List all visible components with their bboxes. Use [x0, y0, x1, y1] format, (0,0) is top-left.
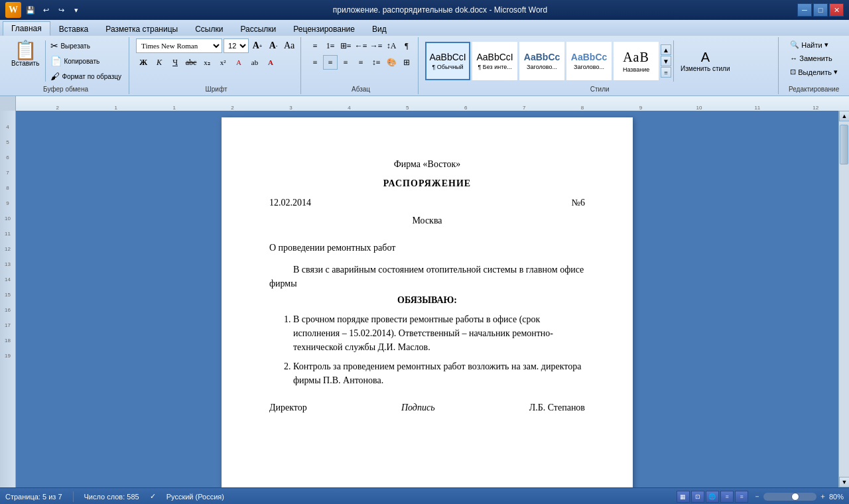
clipboard-content: 📋 Вставить ✂ Вырезать 📄 Копировать 🖌 [7, 38, 125, 93]
replace-icon: ↔ [790, 54, 797, 62]
doc-number: №6 [572, 196, 585, 210]
strikethrough-button[interactable]: abc [184, 55, 198, 70]
tab-review[interactable]: Рецензирование [285, 21, 363, 36]
scroll-up-button[interactable]: ▲ [839, 111, 849, 121]
tab-home[interactable]: Главная [3, 21, 50, 36]
tab-view[interactable]: Вид [363, 21, 395, 36]
grow-font-button[interactable]: A+ [250, 38, 265, 53]
ruler-v-mark: 13 [5, 261, 11, 267]
align-right-button[interactable]: ≡ [338, 55, 353, 70]
redo-button[interactable]: ↪ [54, 3, 68, 17]
sort-button[interactable]: ↕A [384, 38, 399, 53]
ruler-mark: 2 [231, 105, 233, 111]
scroll-track[interactable] [839, 121, 849, 477]
subscript-button[interactable]: x₂ [200, 55, 214, 70]
borders-button[interactable]: ⊞ [399, 55, 414, 70]
font-color-button[interactable]: A [263, 55, 278, 70]
ruler-v-mark: 16 [5, 307, 11, 313]
paragraph-group: ≡ 1≡ ⊞≡ ←≡ →≡ ↕A ¶ ≡ ≡ ≡ ≡ ↕≡ 🎨 ⊞ [304, 37, 419, 94]
decrease-indent-button[interactable]: ←≡ [354, 38, 368, 53]
change-styles-button[interactable]: A Изменить стили [676, 46, 734, 76]
justify-button[interactable]: ≡ [354, 55, 368, 70]
font-row2: Ж К Ч abc x₂ x² A ab A [136, 55, 296, 70]
title-bar: W 💾 ↩ ↪ ▾ приложение. распорядительные d… [0, 0, 849, 20]
zoom-percent[interactable]: 80% [829, 493, 844, 501]
copy-button[interactable]: 📄 Копировать [47, 54, 125, 68]
superscript-button[interactable]: x² [216, 55, 230, 70]
align-center-button[interactable]: ≡ [323, 55, 338, 70]
styles-scroll-up[interactable]: ▲ [661, 44, 671, 55]
save-button[interactable]: 💾 [24, 3, 37, 17]
zoom-slider[interactable] [763, 493, 816, 501]
ruler-mark: 6 [464, 105, 467, 111]
style-normal[interactable]: AaBbCcI ¶ Обычный [425, 42, 470, 80]
doc-list: В срочном порядке провести ремонтные раб… [293, 312, 585, 387]
find-button[interactable]: 🔍 Найти ▾ [785, 38, 842, 51]
ruler-v-mark: 19 [5, 353, 11, 359]
tab-references[interactable]: Ссылки [186, 21, 231, 36]
styles-scroll-more[interactable]: ≡ [661, 67, 671, 78]
tab-mailings[interactable]: Рассылки [231, 21, 285, 36]
shading-button[interactable]: 🎨 [384, 55, 399, 70]
increase-indent-button[interactable]: →≡ [369, 38, 383, 53]
text-effects-button[interactable]: A [231, 55, 246, 70]
bold-button[interactable]: Ж [136, 55, 151, 70]
change-styles-icon: A [701, 50, 710, 65]
font-family-select[interactable]: Times New Roman [136, 38, 222, 53]
document-area[interactable]: Фирма «Восток» РАСПОРЯЖЕНИЕ 12.02.2014 №… [16, 111, 838, 487]
tab-insert[interactable]: Вставка [50, 21, 98, 36]
select-button[interactable]: ⊡ Выделить ▾ [785, 66, 842, 78]
case-button[interactable]: Aa [282, 38, 296, 53]
draft-button[interactable]: ≡ [735, 491, 748, 503]
ruler-v-mark: 4 [6, 124, 9, 130]
word-count-text: Число слов: 585 [84, 493, 139, 501]
bullets-button[interactable]: ≡ [308, 38, 322, 53]
underline-button[interactable]: Ч [168, 55, 182, 70]
ruler-v-mark: 17 [5, 322, 11, 328]
print-layout-button[interactable]: ▦ [677, 491, 690, 503]
zoom-in-icon[interactable]: ＋ [819, 491, 826, 501]
paragraph-label: Абзац [304, 86, 418, 93]
numbering-button[interactable]: 1≡ [323, 38, 338, 53]
style-no-spacing[interactable]: AaBbCcI ¶ Без инте... [472, 42, 517, 80]
multilevel-button[interactable]: ⊞≡ [338, 38, 353, 53]
scroll-down-button[interactable]: ▼ [839, 477, 849, 487]
undo-button[interactable]: ↩ [39, 3, 52, 17]
maximize-button[interactable]: □ [813, 3, 828, 17]
page-status: Страница: 5 из 7 [5, 493, 62, 501]
web-layout-button[interactable]: 🌐 [706, 491, 719, 503]
font-size-select[interactable]: 12 [224, 38, 249, 53]
style-h2[interactable]: AaBbCc Заголово... [566, 42, 612, 80]
shrink-font-button[interactable]: A- [266, 38, 281, 53]
close-button[interactable]: ✕ [829, 3, 844, 17]
italic-button[interactable]: К [152, 55, 166, 70]
cut-button[interactable]: ✂ Вырезать [47, 38, 125, 53]
style-h1[interactable]: AaBbCc Заголово... [519, 42, 564, 80]
tab-page-layout[interactable]: Разметка страницы [97, 21, 186, 36]
style-title[interactable]: АаВ Название [614, 42, 659, 80]
ruler-v-mark: 9 [6, 200, 9, 206]
paste-button[interactable]: 📋 Вставить [7, 38, 44, 70]
line-spacing-button[interactable]: ↕≡ [369, 55, 383, 70]
format-paint-button[interactable]: 🖌 Формат по образцу [47, 69, 125, 84]
quick-access-more[interactable]: ▾ [70, 3, 83, 17]
ruler-v-mark: 11 [5, 231, 11, 237]
align-left-button[interactable]: ≡ [308, 55, 322, 70]
ruler-v-mark: 12 [5, 246, 11, 252]
styles-scroll-down[interactable]: ▼ [661, 56, 671, 66]
show-marks-button[interactable]: ¶ [399, 38, 414, 53]
document-page: Фирма «Восток» РАСПОРЯЖЕНИЕ 12.02.2014 №… [222, 117, 633, 487]
cut-icon: ✂ [50, 40, 58, 51]
minimize-button[interactable]: ─ [797, 3, 812, 17]
sign-placeholder: Подпись [401, 401, 435, 414]
full-screen-button[interactable]: ⊡ [691, 491, 704, 503]
outline-button[interactable]: ≡ [720, 491, 734, 503]
highlight-button[interactable]: ab [247, 55, 262, 70]
select-arrow: ▾ [834, 68, 838, 76]
editing-label: Редактирование [781, 86, 846, 93]
select-label: Выделить [798, 68, 832, 76]
zoom-out-icon[interactable]: － [753, 491, 761, 501]
ribbon-tabs: Главная Вставка Разметка страницы Ссылки… [0, 20, 849, 36]
replace-button[interactable]: ↔ Заменить [785, 52, 842, 64]
list-item: Контроль за проведением ремонтных работ … [293, 359, 585, 387]
